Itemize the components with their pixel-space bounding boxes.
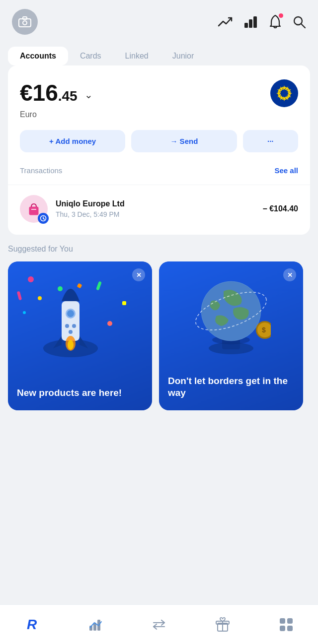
svg-rect-4 [249,19,252,28]
nav-transfer-button[interactable] [127,605,191,644]
pending-clock-icon [38,213,49,224]
svg-point-30 [72,324,76,328]
balance-chevron-icon[interactable]: ⌄ [84,89,93,101]
currency-symbol: € [20,80,33,106]
transactions-title: Transactions [20,166,62,175]
search-icon-btn[interactable] [292,15,306,29]
svg-rect-20 [29,207,38,215]
svg-point-28 [67,310,74,317]
suggested-section: Suggested for You [0,235,318,416]
divider [8,185,310,185]
analytics-icon[interactable] [243,15,258,29]
send-button[interactable]: → Send [131,130,237,152]
svg-rect-5 [253,16,257,28]
svg-rect-54 [287,626,293,631]
suggested-cards: ✕ New products are here! [8,261,310,410]
notification-dot [279,13,283,18]
svg-rect-26 [62,301,80,341]
currency-label: Euro [20,110,298,119]
svg-point-33 [68,340,74,350]
svg-point-1 [23,21,27,25]
svg-line-24 [43,219,45,220]
camera-button[interactable] [12,9,38,35]
globe-illustration: $ [191,266,271,361]
nav-home-button[interactable]: R [0,605,64,644]
tab-linked[interactable]: Linked [113,47,160,65]
nav-analytics-icon [88,618,102,632]
rocket-illustration [38,271,108,361]
bar-chart-icon [243,15,258,29]
nav-analytics-button[interactable] [64,605,127,644]
revolut-logo-icon: R [27,617,37,633]
svg-point-29 [65,324,69,328]
transaction-logo [20,195,48,223]
svg-point-31 [69,330,73,334]
nav-rewards-icon [216,617,230,632]
see-all-button[interactable]: See all [274,166,298,175]
balance-main: 16 [33,80,58,106]
bottom-navigation: R [0,604,318,644]
balance-amount[interactable]: €16.45 ⌄ [20,79,93,106]
notification-icon[interactable] [268,14,282,29]
tab-cards[interactable]: Cards [68,47,113,65]
nav-hub-icon [279,617,294,632]
svg-rect-52 [287,618,293,624]
search-icon [292,15,306,29]
action-buttons: + Add money → Send ··· [20,130,298,152]
transaction-item[interactable]: Uniqlo Europe Ltd Thu, 3 Dec, 5:49 PM − … [20,195,298,223]
transactions-header: Transactions See all [20,166,298,175]
tab-accounts[interactable]: Accounts [8,47,68,65]
suggested-title: Suggested for You [8,245,310,254]
suggestion-card-rocket[interactable]: ✕ New products are here! [8,261,152,410]
nav-transfer-icon [152,618,166,632]
header [0,0,318,40]
svg-line-7 [302,24,306,28]
globe-card-text: Don't let borders get in the way [168,375,294,399]
suggestion-card-globe[interactable]: $ ✕ Don't let borders get in the way [159,261,303,410]
trending-icon[interactable] [218,15,234,29]
nav-hub-button[interactable] [254,605,318,644]
svg-rect-3 [244,23,248,28]
balance-value: €16.45 [20,79,78,106]
balance-cents: .45 [58,88,78,104]
main-account-card: €16.45 ⌄ [8,65,310,235]
rocket-card-text: New products are here! [17,387,143,399]
nav-rewards-button[interactable] [191,605,254,644]
tabs-container: Accounts Cards Linked Junior [0,40,318,65]
svg-rect-51 [280,618,285,624]
more-options-button[interactable]: ··· [243,130,299,152]
trending-up-icon [218,15,234,29]
transaction-amount: − €104.40 [262,204,298,213]
add-money-button[interactable]: + Add money [20,130,125,152]
balance-row: €16.45 ⌄ [20,79,298,107]
header-icons [218,14,306,29]
svg-rect-0 [19,19,31,27]
svg-text:$: $ [262,326,266,334]
svg-rect-53 [280,626,285,631]
camera-icon [18,16,31,27]
close-globe-card-button[interactable]: ✕ [283,268,296,281]
tab-junior[interactable]: Junior [160,47,206,65]
transaction-name: Uniqlo Europe Ltd [56,199,254,208]
close-rocket-card-button[interactable]: ✕ [132,268,145,281]
transaction-info: Uniqlo Europe Ltd Thu, 3 Dec, 5:49 PM [56,199,254,218]
svg-rect-2 [23,17,27,19]
svg-point-6 [294,17,302,25]
transaction-date: Thu, 3 Dec, 5:49 PM [56,210,254,218]
eu-flag-icon [270,79,298,107]
